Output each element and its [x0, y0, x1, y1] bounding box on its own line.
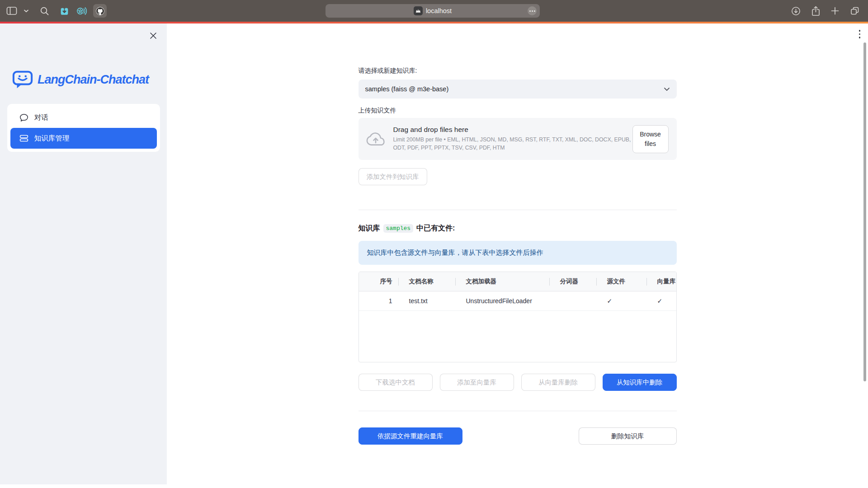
- sidebar-item-chat[interactable]: 对话: [10, 107, 157, 128]
- streamlit-menu-icon[interactable]: [859, 30, 861, 38]
- chevron-down-icon: [664, 87, 670, 91]
- col-header-source: 源文件: [596, 272, 646, 291]
- kb-files-heading-suffix: 中已有文件:: [416, 224, 455, 233]
- tabs-overview-icon[interactable]: [850, 6, 860, 16]
- share-icon[interactable]: [811, 6, 820, 16]
- sidebar: LangChain-Chatchat 对话 知识库管理: [0, 23, 167, 484]
- delete-kb-button[interactable]: 删除知识库: [579, 427, 677, 445]
- chat-bubble-icon: [19, 113, 28, 122]
- rings-extension-icon[interactable]: [76, 6, 87, 16]
- close-sidebar-icon[interactable]: [149, 32, 157, 40]
- info-message: 知识库中包含源文件与向量库，请从下表中选择文件后操作: [359, 241, 677, 265]
- vertical-scrollbar[interactable]: [863, 42, 866, 381]
- col-header-index: 序号: [359, 272, 398, 291]
- more-options-icon[interactable]: [528, 6, 537, 15]
- kb-select[interactable]: samples (faiss @ m3e-base): [359, 80, 677, 99]
- file-uploader-dropzone[interactable]: Drag and drop files here Limit 200MB per…: [359, 118, 677, 160]
- uploader-title: Drag and drop files here: [393, 126, 632, 134]
- cell-name: test.txt: [398, 291, 455, 310]
- sidebar-nav: 对话 知识库管理: [7, 104, 160, 152]
- cat-catch-extension-icon[interactable]: [59, 6, 70, 16]
- col-header-splitter: 分词器: [549, 272, 596, 291]
- col-header-vector: 向量库: [646, 272, 676, 291]
- chatchat-logo-icon: [12, 70, 33, 89]
- kb-name-code: samples: [383, 224, 414, 233]
- cell-index: 1: [359, 291, 398, 310]
- divider: [359, 210, 677, 210]
- downloads-icon[interactable]: [791, 6, 801, 16]
- uploader-limit-text: Limit 200MB per file • EML, HTML, JSON, …: [393, 136, 632, 152]
- search-icon[interactable]: [40, 6, 49, 16]
- address-bar[interactable]: localhost: [326, 4, 540, 18]
- upload-section-label: 上传知识文件: [359, 107, 677, 115]
- kb-select-value: samples (faiss @ m3e-base): [365, 85, 449, 93]
- kb-files-heading: 知识库 samples 中已有文件:: [359, 224, 677, 233]
- add-to-vector-store-button[interactable]: 添加至向量库: [440, 374, 514, 391]
- rebuild-vector-store-button[interactable]: 依据源文件重建向量库: [359, 427, 462, 445]
- col-header-loader: 文档加载器: [455, 272, 549, 291]
- browser-toolbar: localhost: [0, 0, 868, 22]
- table-actions: 下载选中文档 添加至向量库 从向量库删除 从知识库中删除: [359, 374, 677, 391]
- github-extension-icon[interactable]: [93, 4, 107, 18]
- kb-files-table[interactable]: 序号 文档名称 文档加载器 分词器 源文件 向量库 1 test.txt Uns…: [359, 272, 677, 362]
- cell-splitter: [549, 291, 596, 310]
- cell-source-check: ✓: [596, 291, 646, 310]
- col-header-name: 文档名称: [398, 272, 455, 291]
- chevron-down-icon[interactable]: [24, 9, 29, 13]
- sidebar-item-label: 知识库管理: [34, 134, 70, 143]
- table-header-row: 序号 文档名称 文档加载器 分词器 源文件 向量库: [359, 272, 676, 291]
- cell-loader: UnstructuredFileLoader: [455, 291, 549, 310]
- knowledge-base-icon: [19, 134, 28, 142]
- sidebar-item-label: 对话: [34, 113, 48, 122]
- cell-vector-check: ✓: [646, 291, 676, 310]
- delete-from-kb-button[interactable]: 从知识库中删除: [603, 374, 677, 391]
- app-logo-text: LangChain-Chatchat: [38, 73, 149, 87]
- site-favicon: [414, 6, 423, 15]
- table-row[interactable]: 1 test.txt UnstructuredFileLoader ✓ ✓: [359, 291, 676, 311]
- url-text: localhost: [426, 7, 452, 14]
- kb-select-label: 请选择或新建知识库:: [359, 67, 677, 75]
- divider: [359, 411, 677, 411]
- sidebar-toggle-icon[interactable]: [6, 6, 17, 15]
- browse-files-button[interactable]: Browse files: [632, 125, 669, 153]
- kb-files-heading-prefix: 知识库: [359, 224, 380, 233]
- delete-from-vector-store-button[interactable]: 从向量库删除: [521, 374, 595, 391]
- download-selected-button[interactable]: 下载选中文档: [359, 374, 433, 391]
- kb-bottom-actions: 依据源文件重建向量库 删除知识库: [359, 427, 677, 445]
- uploader-texts: Drag and drop files here Limit 200MB per…: [393, 126, 632, 152]
- sidebar-item-knowledge-base[interactable]: 知识库管理: [10, 128, 157, 149]
- app-logo: LangChain-Chatchat: [12, 70, 149, 89]
- main-content: 请选择或新建知识库: samples (faiss @ m3e-base) 上传…: [167, 23, 868, 488]
- cloud-upload-icon: [366, 131, 386, 147]
- new-tab-icon[interactable]: [831, 7, 839, 15]
- add-files-to-kb-button[interactable]: 添加文件到知识库: [359, 168, 427, 185]
